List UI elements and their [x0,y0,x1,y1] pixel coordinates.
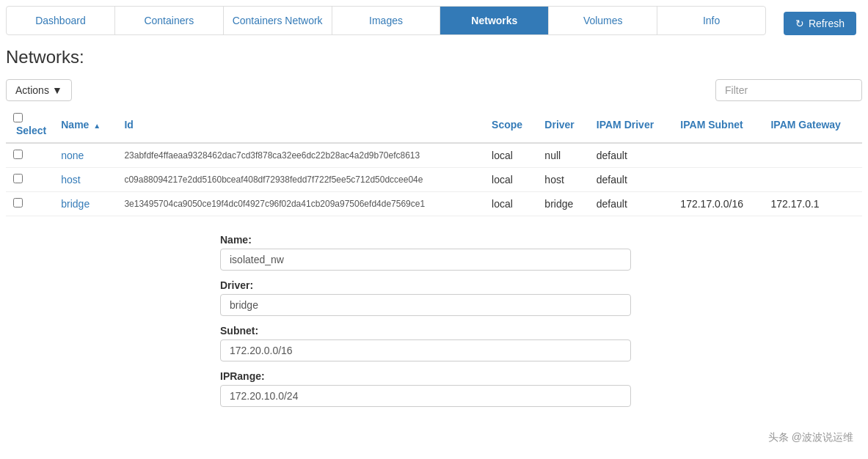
refresh-icon: ↻ [795,18,804,29]
id-header: Id [117,107,484,143]
refresh-label: Refresh [809,18,845,29]
subnet-group: Subnet: [220,325,654,361]
sort-icon: ▲ [93,122,101,130]
scope-header: Scope [484,107,537,143]
network-name[interactable]: host [54,168,117,192]
network-scope: local [484,168,537,192]
network-ipam-subnet [673,143,763,168]
nav-tab-containers[interactable]: Containers [115,7,224,34]
network-driver: bridge [537,192,588,216]
row-checkbox[interactable] [13,198,23,208]
network-name[interactable]: bridge [54,192,117,216]
filter-input[interactable] [715,79,862,101]
select-all-checkbox[interactable] [13,113,23,122]
toolbar: Actions ▼ [0,73,868,107]
nav-tab-volumes[interactable]: Volumes [549,7,657,34]
network-driver: null [537,143,588,168]
name-group: Name: [220,234,654,271]
chevron-down-icon: ▼ [52,84,62,96]
create-network-form: Name: Driver: Subnet: IPRange: [0,228,660,427]
network-ipam-subnet [673,168,763,192]
top-navigation: DashboardContainersContainers NetworkIma… [6,6,766,35]
network-ipam-gateway: 172.17.0.1 [763,192,862,216]
actions-label: Actions [15,84,49,96]
network-name[interactable]: none [54,143,117,168]
network-driver: host [537,168,588,192]
ipam-gateway-header: IPAM Gateway [763,107,862,143]
select-header: Select [16,125,46,136]
driver-input[interactable] [220,294,631,316]
iprange-input[interactable] [220,385,631,407]
network-id: 3e13495704ca9050ce19f4dc0f4927c96f02da41… [117,192,484,216]
name-header: Name ▲ [54,107,117,143]
network-id: c09a88094217e2dd5160bceaf408df72938fedd7… [117,168,484,192]
table-row: bridge 3e13495704ca9050ce19f4dc0f4927c96… [6,192,862,216]
iprange-group: IPRange: [220,370,654,407]
ipam-subnet-header: IPAM Subnet [673,107,763,143]
network-id: 23abfdfe4ffaeaa9328462dac7cd3f878ca32ee6… [117,143,484,168]
actions-button[interactable]: Actions ▼ [6,79,72,101]
nav-tab-dashboard[interactable]: Dashboard [7,7,115,34]
table-row: host c09a88094217e2dd5160bceaf408df72938… [6,168,862,192]
page-title: Networks: [0,35,868,73]
subnet-input[interactable] [220,339,631,361]
name-input[interactable] [220,249,631,271]
table-row: none 23abfdfe4ffaeaa9328462dac7cd3f878ca… [6,143,862,168]
nav-tab-networks[interactable]: Networks [440,7,549,34]
driver-label: Driver: [220,279,654,291]
network-ipam-driver: default [589,192,674,216]
name-label: Name: [220,234,654,246]
refresh-button[interactable]: ↻ Refresh [784,12,856,35]
network-ipam-driver: default [589,143,674,168]
network-scope: local [484,192,537,216]
network-ipam-subnet: 172.17.0.0/16 [673,192,763,216]
network-ipam-driver: default [589,168,674,192]
driver-header: Driver [537,107,588,143]
network-ipam-gateway [763,143,862,168]
nav-tab-containers-network[interactable]: Containers Network [224,7,332,34]
network-scope: local [484,143,537,168]
networks-table: Select Name ▲ Id Scope Driver IPAM Drive… [6,107,862,216]
network-ipam-gateway [763,168,862,192]
subnet-label: Subnet: [220,325,654,337]
ipam-driver-header: IPAM Driver [589,107,674,143]
nav-tab-info[interactable]: Info [657,7,765,34]
row-checkbox[interactable] [13,150,23,159]
iprange-label: IPRange: [220,370,654,382]
nav-tab-images[interactable]: Images [332,7,441,34]
driver-group: Driver: [220,279,654,316]
row-checkbox[interactable] [13,174,23,183]
